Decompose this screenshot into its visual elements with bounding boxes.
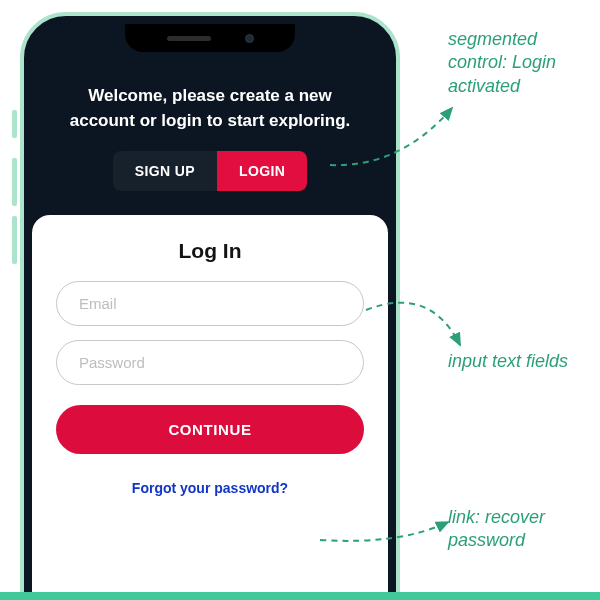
continue-button[interactable]: CONTINUE xyxy=(56,405,364,454)
ground-bar xyxy=(0,592,600,600)
annotation-segmented: segmented control: Login activated xyxy=(448,28,598,98)
speaker-icon xyxy=(167,36,211,41)
email-field[interactable] xyxy=(56,281,364,326)
phone-frame: Welcome, please create a new account or … xyxy=(20,12,400,600)
auth-segmented-control: SIGN UP LOGIN xyxy=(113,151,308,191)
password-field[interactable] xyxy=(56,340,364,385)
phone-mute-switch xyxy=(12,110,17,138)
auth-header: Welcome, please create a new account or … xyxy=(32,24,388,213)
phone-notch xyxy=(125,24,295,52)
annotation-forgot: link: recover password xyxy=(448,506,598,553)
camera-icon xyxy=(245,34,254,43)
forgot-password-link[interactable]: Forgot your password? xyxy=(56,480,364,496)
phone-volume-down xyxy=(12,216,17,264)
phone-screen: Welcome, please create a new account or … xyxy=(32,24,388,600)
phone-volume-up xyxy=(12,158,17,206)
login-tab[interactable]: LOGIN xyxy=(217,151,307,191)
annotation-inputs: input text fields xyxy=(448,350,598,373)
signup-tab[interactable]: SIGN UP xyxy=(113,151,217,191)
card-title: Log In xyxy=(56,239,364,263)
welcome-text: Welcome, please create a new account or … xyxy=(60,84,360,133)
login-card: Log In CONTINUE Forgot your password? xyxy=(32,215,388,600)
